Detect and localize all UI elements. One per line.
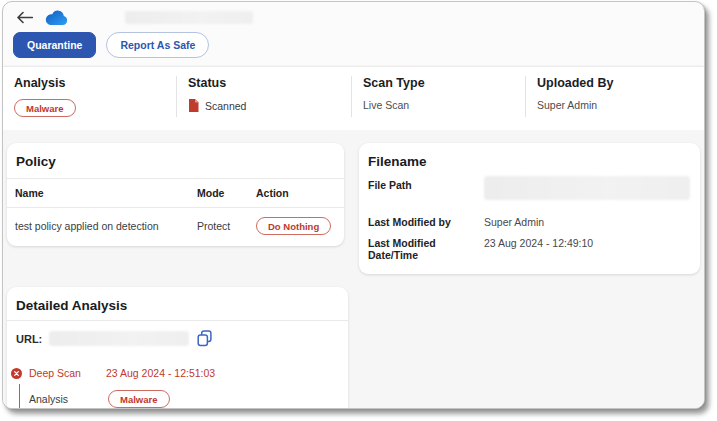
scan-error-icon bbox=[11, 368, 22, 379]
policy-col-name: Name bbox=[15, 179, 197, 207]
analysis-label: Analysis bbox=[14, 76, 176, 90]
top-bar bbox=[3, 2, 704, 26]
quarantine-button[interactable]: Quarantine bbox=[13, 32, 96, 58]
url-label: URL: bbox=[16, 333, 42, 345]
policy-card: Policy Name Mode Action test policy appl… bbox=[7, 143, 344, 246]
policy-title: Policy bbox=[7, 143, 344, 178]
last-modified-by-value: Super Admin bbox=[484, 213, 544, 228]
filename-title-redacted bbox=[125, 11, 253, 24]
status-label: Status bbox=[188, 76, 351, 90]
analysis-malware-badge: Malware bbox=[108, 390, 170, 408]
malware-badge: Malware bbox=[14, 99, 76, 117]
detailed-analysis-title: Detailed Analysis bbox=[7, 287, 348, 320]
summary-uploaded-by: Uploaded By Super Admin bbox=[525, 76, 704, 117]
last-modified-datetime-label: Last Modified Date/Time bbox=[368, 234, 484, 261]
summary-analysis: Analysis Malware bbox=[3, 76, 176, 117]
file-icon bbox=[188, 99, 199, 112]
deep-scan-timeline: Deep Scan 23 Aug 2024 - 12:51:03 Analysi… bbox=[7, 357, 348, 409]
summary-scan-type: Scan Type Live Scan bbox=[351, 76, 525, 117]
do-nothing-badge: Do Nothing bbox=[256, 217, 331, 235]
action-buttons: Quarantine Report As Safe bbox=[13, 32, 704, 58]
policy-mode-value: Protect bbox=[197, 211, 256, 243]
cloud-icon bbox=[44, 10, 69, 26]
back-arrow-icon[interactable] bbox=[16, 11, 33, 24]
content-area: Policy Name Mode Action test policy appl… bbox=[3, 130, 704, 409]
analysis-row-label: Analysis bbox=[29, 393, 108, 405]
scan-detail-window: Quarantine Report As Safe Analysis Malwa… bbox=[2, 1, 705, 409]
detailed-analysis-card: Detailed Analysis URL: Deep Scan bbox=[7, 287, 348, 409]
status-value: Scanned bbox=[205, 100, 246, 112]
url-row: URL: bbox=[7, 321, 348, 357]
filename-title: Filename bbox=[359, 143, 700, 173]
policy-table-header: Name Mode Action bbox=[7, 179, 344, 207]
file-path-redacted-value bbox=[484, 176, 690, 200]
scan-summary-strip: Analysis Malware Status Scanned Scan Typ… bbox=[3, 67, 704, 130]
scan-name: Deep Scan bbox=[29, 367, 105, 379]
scan-type-label: Scan Type bbox=[363, 76, 525, 90]
policy-table-row[interactable]: test policy applied on detection Protect… bbox=[7, 208, 344, 246]
summary-status: Status Scanned bbox=[176, 76, 351, 117]
scan-datetime: 23 Aug 2024 - 12:51:03 bbox=[106, 367, 215, 379]
policy-name-value: test policy applied on detection bbox=[15, 211, 197, 243]
url-redacted-value bbox=[49, 331, 189, 346]
report-as-safe-button[interactable]: Report As Safe bbox=[106, 32, 209, 58]
file-path-label: File Path bbox=[368, 176, 484, 191]
uploaded-by-value: Super Admin bbox=[537, 99, 704, 111]
uploaded-by-label: Uploaded By bbox=[537, 76, 704, 90]
copy-icon[interactable] bbox=[197, 330, 212, 347]
filename-card: Filename File Path Last Modified by Supe… bbox=[359, 143, 700, 274]
last-modified-by-label: Last Modified by bbox=[368, 213, 484, 228]
last-modified-datetime-value: 23 Aug 2024 - 12:49:10 bbox=[484, 234, 593, 249]
policy-col-mode: Mode bbox=[197, 179, 256, 207]
scan-type-value: Live Scan bbox=[363, 99, 525, 111]
policy-col-action: Action bbox=[256, 179, 344, 207]
